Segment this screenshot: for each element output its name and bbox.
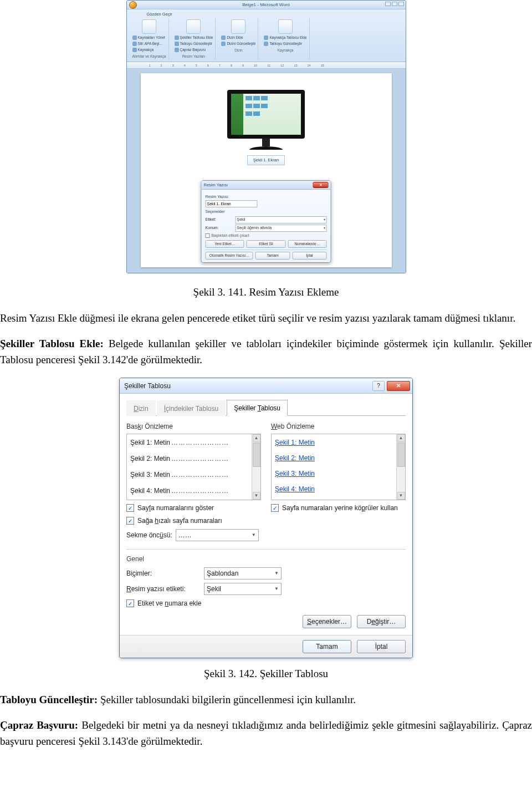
scrollbar[interactable]: ▲ ▼ [252, 434, 260, 500]
chevron-up-icon[interactable]: ▲ [397, 434, 405, 442]
close-icon[interactable]: ✕ [387, 381, 410, 391]
genel-section-label: Genel [126, 554, 406, 564]
word-ribbon: Gözden Geçir Kaynakları Yönet Stil: APA … [127, 9, 406, 62]
word-title: Belge1 - Microsoft Word [242, 2, 290, 8]
paragraph-1: Resim Yazısı Ekle düğmesi ile ekrana gel… [0, 311, 532, 327]
p3-bold: Tabloyu Güncelleştir: [0, 694, 100, 705]
close-icon[interactable]: ✕ [313, 182, 329, 188]
resim-yazisi-etiketi-label: Resim yazısı etiketi: [126, 584, 198, 594]
tab-dizin[interactable]: Dizin [126, 400, 156, 416]
sekiller-tablosu-dialog: Şekiller Tablosu ? ✕ Dizin İçindekiler T… [119, 378, 413, 658]
cancel-button[interactable]: İptal [357, 640, 406, 653]
paragraph-4: Çapraz Başvuru: Belgedeki bir metni ya d… [0, 718, 532, 749]
caption-under-image: Şekil 1. Ekran [247, 155, 285, 165]
yeni-etiket-button[interactable]: Yeni Etiket… [206, 240, 244, 248]
ribbon-group-alinti: Kaynakları Yönet Stil: APA Beşi… Kaynakç… [130, 18, 169, 60]
figure-caption-141: Şekil 3. 141. Resim Yazısı Ekleme [0, 284, 532, 301]
help-icon[interactable]: ? [372, 381, 385, 391]
ribbon-group-dizin: Dizin Ekle Dizini Güncelleştir Dizin [219, 18, 258, 60]
office-button-icon [129, 1, 137, 9]
mark-entry-icon [231, 19, 245, 34]
sekme-oncusu-label: Sekme öncüsü: [126, 530, 172, 540]
list-item: Şekil 3: Metin……………………5 [130, 470, 257, 480]
resim-yazisi-input[interactable] [206, 200, 258, 207]
chevron-down-icon[interactable]: ▼ [253, 492, 260, 500]
baski-preview-box: Şekil 1: Metin……………………1 Şekil 2: Metin……… [126, 434, 261, 500]
dialog-title: Resim Yazısı [204, 182, 228, 188]
koprü-checkbox[interactable]: ✓ Sayfa numaraları yerine köprüler kulla… [271, 503, 406, 513]
list-item: Şekil 2: Metin……………………3 [130, 454, 257, 464]
list-item: Şekil 1: Metin……………………1 [130, 438, 257, 448]
list-item: Şekil 1: Metin [275, 438, 402, 448]
baski-onizleme-label: Baskı Önizleme [126, 421, 261, 431]
bicimler-dropdown[interactable]: Şablondan [204, 567, 282, 580]
etiket-numara-checkbox[interactable]: ✓ Etiket ve numara ekle [126, 598, 406, 608]
resim-yazisi-label: Resim Yazısı: [206, 194, 327, 200]
sayfa-numaralari-checkbox[interactable]: ✓ Sayfa numaralarını göster [126, 503, 261, 513]
tamam-button[interactable]: Tamam [255, 252, 290, 260]
web-onizleme-label: Web Önizleme [271, 421, 406, 431]
baslik-etiket-checkbox[interactable]: Başlıktan etiketi çıkart [206, 233, 327, 239]
ok-button[interactable]: Tamam [303, 640, 351, 653]
bicimler-label: Biçimler: [126, 568, 198, 578]
etiket-dropdown[interactable]: Şekil [236, 216, 327, 223]
word-ruler: 123456789101112131415 [127, 62, 406, 69]
list-item: Şekil 2: Metin [275, 453, 402, 463]
etiket-label: Etiket: [206, 217, 233, 223]
konum-dropdown[interactable]: Seçili öğenin altında [236, 225, 327, 232]
tab-sekiller[interactable]: Şekiller Tablosu [227, 400, 288, 416]
chevron-up-icon[interactable]: ▲ [253, 434, 260, 442]
p3-rest: Şekiller tablosundaki bilgilerin güncell… [100, 694, 356, 705]
etiket-sil-button[interactable]: Etiket Sil [247, 240, 285, 248]
iptal-button[interactable]: İptal [292, 252, 326, 260]
scroll-thumb[interactable] [253, 443, 260, 467]
figure-caption-142: Şekil 3. 142. Şekiller Tablosu [0, 666, 532, 682]
insert-caption-icon [186, 19, 201, 34]
ribbon-group-resim-yazilari: Şekiller Tablosu Ekle Tabloyu Güncelleşt… [172, 18, 216, 60]
paragraph-2: Şekiller Tablosu Ekle: Belgede kullanıla… [0, 336, 532, 368]
scrollbar[interactable]: ▲ ▼ [396, 434, 405, 500]
secenekler-label: Seçenekler [206, 209, 327, 215]
resim-yazisi-etiketi-dropdown[interactable]: Şekil [204, 583, 282, 595]
tab-icindekiler[interactable]: İçindekiler Tablosu [157, 400, 226, 416]
degistir-button[interactable]: Değiştir… [357, 615, 406, 628]
ribbon-tab: Gözden Geçir [147, 11, 172, 17]
insert-citation-icon [142, 19, 156, 34]
p4-bold: Çapraz Başvuru: [0, 719, 81, 731]
sekme-oncusu-dropdown[interactable]: …… [176, 529, 259, 541]
mark-citation-icon [278, 19, 293, 34]
st-title: Şekiller Tablosu [124, 381, 171, 391]
scroll-thumb[interactable] [397, 443, 405, 467]
numaralandir-button[interactable]: Numaralandır… [288, 240, 326, 248]
paragraph-3: Tabloyu Güncelleştir: Şekiller tablosund… [0, 692, 532, 708]
monitor-image [227, 90, 305, 150]
saga-hizali-checkbox[interactable]: ✓ Sağa hızalı sayfa numaraları [126, 516, 261, 526]
ribbon-tabs: Gözden Geçir [130, 11, 402, 17]
web-preview-box: Şekil 1: Metin Şekil 2: Metin Şekil 3: M… [271, 434, 406, 500]
word-page: Şekil 1. Ekran Resim Yazısı ✕ Resim Yazı… [141, 73, 392, 267]
otomatik-button[interactable]: Otomatik Resim Yazısı… [206, 252, 253, 260]
list-item: Şekil 4: Metin [275, 484, 402, 494]
word-window-screenshot: Belge1 - Microsoft Word Gözden Geçir Kay… [126, 0, 406, 273]
chevron-down-icon[interactable]: ▼ [397, 492, 405, 500]
resim-yazisi-dialog: Resim Yazısı ✕ Resim Yazısı: Seçenekler … [201, 180, 331, 263]
st-titlebar: Şekiller Tablosu ? ✕ [120, 378, 412, 394]
ribbon-group-kaynakca: Kaynakça Tablosu Ekle Tabloyu Güncelleşt… [262, 18, 309, 60]
konum-label: Konum: [206, 225, 233, 231]
st-tabstrip: Dizin İçindekiler Tablosu Şekiller Tablo… [126, 399, 406, 416]
list-item: Şekil 3: Metin [275, 469, 402, 479]
list-item: Şekil 4: Metin……………………7 [130, 486, 257, 496]
word-document-area: Şekil 1. Ekran Resim Yazısı ✕ Resim Yazı… [127, 69, 406, 273]
word-window-buttons [385, 2, 404, 6]
p2-bold: Şekiller Tablosu Ekle: [0, 338, 109, 349]
secenekler-button[interactable]: Seçenekler… [303, 615, 351, 628]
word-titlebar: Belge1 - Microsoft Word [127, 1, 406, 9]
